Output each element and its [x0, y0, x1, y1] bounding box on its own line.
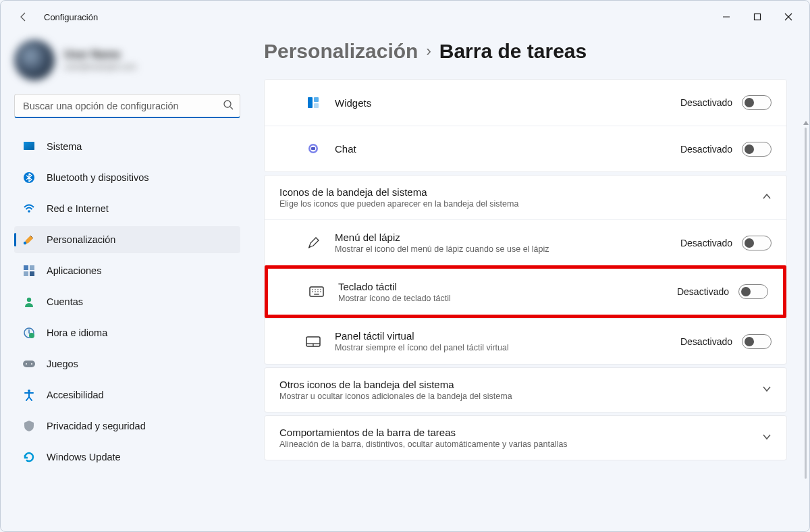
sidebar-item-sistema[interactable]: Sistema [14, 133, 240, 160]
tray-section-header[interactable]: Iconos de la bandeja del sistema Elige l… [265, 176, 786, 219]
svg-point-29 [317, 289, 319, 290]
setting-label: Chat [335, 143, 680, 155]
svg-rect-5 [24, 142, 34, 150]
scrollbar[interactable] [804, 121, 808, 499]
main-content: Personalización › Barra de tareas Widget… [244, 33, 809, 531]
breadcrumb: Personalización › Barra de tareas [264, 40, 801, 63]
toggle-widgets[interactable] [742, 95, 772, 110]
search-icon [223, 99, 234, 113]
svg-line-3 [230, 107, 233, 109]
scroll-thumb[interactable] [805, 128, 807, 479]
sidebar-item-accesibilidad[interactable]: Accesibilidad [14, 381, 240, 408]
update-icon [22, 450, 36, 464]
paintbrush-icon [22, 233, 36, 246]
setting-label: Widgets [335, 97, 680, 109]
svg-point-7 [28, 210, 30, 213]
svg-rect-16 [23, 361, 35, 367]
svg-point-30 [320, 289, 321, 290]
svg-point-18 [31, 363, 32, 365]
section-title: Comportamientos de la barra de tareas [279, 427, 762, 438]
svg-rect-26 [310, 287, 323, 296]
breadcrumb-parent[interactable]: Personalización [264, 40, 418, 63]
setting-row-widgets: Widgets Desactivado [265, 80, 786, 126]
maximize-button[interactable] [742, 6, 773, 28]
svg-point-15 [29, 333, 34, 338]
keyboard-icon [308, 286, 325, 297]
nav-list: Sistema Bluetooth y dispositivos Red e I… [14, 133, 240, 471]
svg-rect-11 [24, 271, 28, 276]
sidebar-item-personalizacion[interactable]: Personalización [14, 226, 240, 253]
svg-rect-12 [30, 271, 34, 276]
sidebar-item-red[interactable]: Red e Internet [14, 195, 240, 222]
section-desc: Elige los iconos que pueden aparecer en … [279, 199, 762, 209]
toggle-touch-keyboard[interactable] [738, 284, 768, 299]
svg-point-32 [315, 291, 316, 292]
setting-row-touchpad: Panel táctil virtual Mostrar siempre el … [265, 318, 786, 364]
sidebar-item-privacidad[interactable]: Privacidad y seguridad [14, 413, 240, 440]
svg-rect-10 [30, 265, 34, 270]
section-desc: Mostrar u ocultar iconos adicionales de … [279, 392, 762, 401]
search-input[interactable] [14, 94, 240, 118]
svg-rect-20 [308, 97, 313, 108]
close-button[interactable] [773, 6, 804, 28]
sidebar-item-hora[interactable]: Hora e idioma [14, 319, 240, 346]
sidebar-item-cuentas[interactable]: Cuentas [14, 288, 240, 315]
section-title: Iconos de la bandeja del sistema [279, 186, 762, 198]
nav-label: Windows Update [47, 452, 121, 462]
behavior-header[interactable]: Comportamientos de la barra de tareas Al… [265, 416, 786, 460]
wifi-icon [22, 202, 36, 215]
nav-label: Personalización [47, 234, 115, 245]
pen-icon [305, 236, 321, 250]
section-desc: Alineación de la barra, distintivos, ocu… [279, 440, 762, 449]
toggle-touchpad[interactable] [742, 334, 772, 349]
nav-label: Privacidad y seguridad [47, 421, 146, 431]
toggle-chat[interactable] [742, 142, 772, 157]
app-title: Configuración [44, 12, 711, 22]
search-wrap [14, 94, 240, 118]
setting-row-chat: Chat Desactivado [265, 126, 786, 171]
sidebar-item-update[interactable]: Windows Update [14, 444, 240, 471]
user-email: user@example.com [64, 62, 136, 73]
sidebar-item-juegos[interactable]: Juegos [14, 350, 240, 377]
svg-rect-9 [24, 265, 28, 270]
svg-point-17 [26, 363, 27, 365]
setting-label: Teclado táctil [338, 281, 677, 292]
accessibility-icon [22, 388, 36, 402]
taskbar-items-card: Widgets Desactivado Chat Desactivado [264, 79, 787, 172]
nav-label: Cuentas [47, 296, 83, 307]
nav-label: Bluetooth y dispositivos [47, 172, 149, 183]
svg-point-28 [315, 289, 316, 290]
toggle-state: Desactivado [677, 286, 729, 297]
svg-point-27 [312, 289, 313, 290]
clock-globe-icon [22, 326, 36, 340]
behavior-card: Comportamientos de la barra de tareas Al… [264, 415, 787, 460]
touchpad-icon [305, 336, 321, 347]
toggle-state: Desactivado [680, 97, 732, 108]
setting-row-touch-keyboard: Teclado táctil Mostrar ícono de teclado … [268, 269, 783, 315]
bluetooth-icon [22, 171, 36, 184]
user-block[interactable]: User Name user@example.com [14, 40, 238, 80]
back-button[interactable] [14, 7, 33, 26]
shield-icon [22, 419, 36, 433]
other-tray-header[interactable]: Otros iconos de la bandeja del sistema M… [265, 368, 786, 412]
svg-rect-1 [755, 14, 761, 20]
setting-label: Panel táctil virtual [335, 330, 680, 342]
setting-desc: Mostrar el icono del menú de lápiz cuand… [335, 244, 680, 254]
tray-icons-card: Iconos de la bandeja del sistema Elige l… [264, 175, 787, 365]
toggle-pen[interactable] [742, 236, 772, 250]
user-name: User Name [64, 48, 136, 62]
nav-label: Red e Internet [47, 203, 109, 214]
sidebar-item-aplicaciones[interactable]: Aplicaciones [14, 257, 240, 284]
apps-icon [22, 264, 36, 277]
monitor-icon [22, 140, 36, 153]
svg-rect-21 [314, 97, 319, 102]
svg-point-33 [317, 291, 319, 292]
nav-label: Aplicaciones [47, 265, 101, 276]
svg-point-19 [28, 390, 30, 392]
sidebar: User Name user@example.com Sistema Bluet… [1, 33, 244, 531]
nav-label: Sistema [47, 141, 82, 152]
highlight-touch-keyboard: Teclado táctil Mostrar ícono de teclado … [265, 265, 786, 318]
titlebar: Configuración [1, 1, 809, 33]
sidebar-item-bluetooth[interactable]: Bluetooth y dispositivos [14, 164, 240, 191]
minimize-button[interactable] [711, 6, 742, 28]
